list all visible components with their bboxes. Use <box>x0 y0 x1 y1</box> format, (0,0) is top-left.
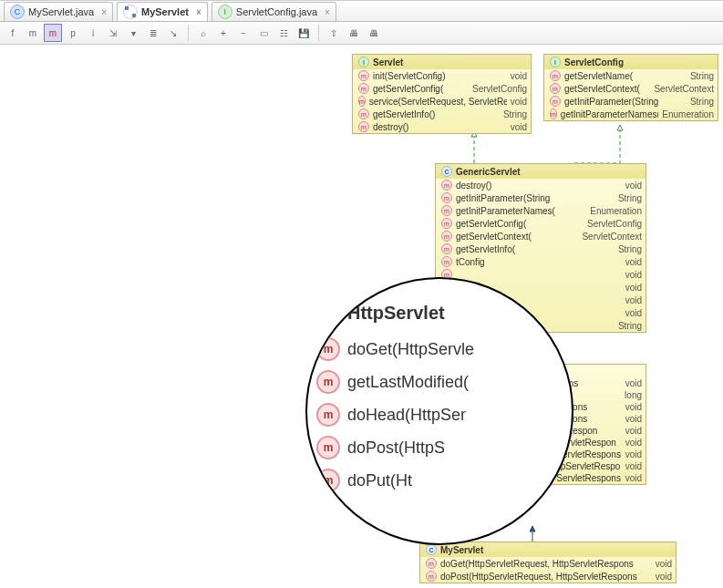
member-row[interactable]: mgetServletContext(ServletContext <box>436 230 646 242</box>
return-type: void <box>625 181 642 191</box>
method-icon[interactable]: m <box>24 24 42 42</box>
print-icon[interactable]: 🖶 <box>345 24 363 42</box>
tab-label: MyServlet <box>141 6 189 17</box>
method-icon: m <box>316 403 340 427</box>
return-type: void <box>625 378 642 388</box>
return-type: String <box>503 109 527 119</box>
filter-icon[interactable]: ▾ <box>124 24 142 42</box>
member-row[interactable]: mtConfigvoid <box>436 255 646 268</box>
member-row[interactable]: mdestroy()void <box>353 120 531 133</box>
method-icon: m <box>441 180 452 191</box>
member-row[interactable]: mgetInitParameter(StringString <box>436 191 646 204</box>
dependency-icon[interactable]: ⇲ <box>104 24 122 42</box>
return-type: ServletConfig <box>587 219 642 229</box>
fit-icon[interactable]: ▭ <box>254 24 273 42</box>
edge-icon[interactable]: ↘ <box>164 24 182 42</box>
member-row[interactable]: mgetInitParameterNames(Enumeration <box>544 108 718 120</box>
method-icon: m <box>316 370 340 394</box>
zoom-out-icon[interactable]: − <box>234 24 253 42</box>
member-row[interactable]: mgetServletContext(ServletContext <box>544 82 718 95</box>
tab-label: MyServlet.java <box>28 6 94 17</box>
return-type: ServletContext <box>582 232 642 242</box>
member-row[interactable]: mdoPost(HttpServletRequest, HttpServletR… <box>420 570 676 583</box>
diagram-canvas[interactable]: IServlet minit(ServletConfig)voidmgetSer… <box>0 45 723 588</box>
interface-icon: I <box>550 57 561 67</box>
save-icon[interactable]: 💾 <box>294 24 313 42</box>
export-icon[interactable]: ⇪ <box>325 24 343 42</box>
return-type: void <box>625 295 642 305</box>
tab-servletconfig-java[interactable]: I ServletConfig.java × <box>212 2 336 21</box>
member-row[interactable]: mgetServletConfig(ServletConfig <box>353 82 531 95</box>
diagram-toolbar: fmmpi⇲▾≣↘ ⌕+−▭☷💾 ⇪🖶🖶 <box>0 22 723 45</box>
member-name: getServletContext( <box>456 232 532 242</box>
layout-icon[interactable]: ☷ <box>274 24 293 42</box>
interface-icon: I <box>358 57 369 67</box>
return-type: void <box>625 473 642 483</box>
lens-member-row: mdoPut(Ht <box>316 469 474 492</box>
zoom-lens: C HttpServlet mdoGet(HttpServlemgetLastM… <box>305 277 573 545</box>
zoom-in-icon[interactable]: + <box>214 24 232 42</box>
lens-member-name: doPut(Ht <box>347 471 412 490</box>
return-type: void <box>625 426 642 436</box>
method-icon: m <box>550 83 561 94</box>
member-row[interactable]: minit(ServletConfig)void <box>353 69 531 82</box>
member-row[interactable]: mgetServletConfig(ServletConfig <box>436 217 646 230</box>
return-type: long <box>625 390 642 400</box>
class-icon: C <box>426 544 437 555</box>
member-row[interactable]: mgetInitParameterNames(Enumeration <box>436 204 646 217</box>
method-icon: m <box>550 108 557 119</box>
member-row[interactable]: mgetInitParameter(StringString <box>544 95 718 108</box>
interface-icon: I <box>218 5 232 19</box>
print-preview-icon[interactable]: 🖶 <box>365 24 383 42</box>
member-name: getServletConfig( <box>373 84 443 94</box>
lens-member-row: mdoHead(HttpSer <box>316 403 474 427</box>
method-icon: m <box>441 192 452 203</box>
member-name: getServletName( <box>564 71 633 81</box>
member-name: destroy() <box>456 181 491 191</box>
property-icon[interactable]: p <box>64 24 82 42</box>
zoom-actual-icon[interactable]: ⌕ <box>194 24 212 42</box>
method-icon: m <box>358 83 369 94</box>
class-icon: C <box>441 166 452 177</box>
node-servletconfig[interactable]: IServletConfig mgetServletName(Stringmge… <box>543 54 718 121</box>
lens-member-name: getLastModified( <box>347 373 469 392</box>
close-icon[interactable]: × <box>101 7 107 17</box>
tab-label: ServletConfig.java <box>236 6 317 17</box>
method-icon: m <box>316 469 340 492</box>
close-icon[interactable]: × <box>196 7 201 17</box>
node-myservlet[interactable]: CMyServlet mdoGet(HttpServletRequest, Ht… <box>419 542 677 583</box>
member-row[interactable]: mdoGet(HttpServletRequest, HttpServletRe… <box>420 557 676 570</box>
return-type: String <box>690 71 714 81</box>
method-active-icon[interactable]: m <box>44 24 62 42</box>
method-icon: m <box>426 558 437 569</box>
method-icon: m <box>441 218 452 229</box>
return-type: void <box>625 283 642 293</box>
return-type: Enumeration <box>590 206 642 216</box>
info-icon[interactable]: i <box>84 24 102 42</box>
member-name: doGet(HttpServletRequest, HttpServletRes… <box>440 559 634 569</box>
return-type: ServletContext <box>654 84 714 94</box>
method-icon: m <box>358 121 369 132</box>
member-row[interactable]: mgetServletName(String <box>544 69 718 82</box>
sort-icon[interactable]: ≣ <box>144 24 162 42</box>
member-row[interactable]: mgetServletInfo(String <box>436 242 646 255</box>
member-row[interactable]: mdestroy()void <box>436 179 646 191</box>
method-icon: m <box>426 571 437 582</box>
close-icon[interactable]: × <box>325 7 330 17</box>
field-icon[interactable]: f <box>4 24 22 42</box>
tab-myservlet-java[interactable]: C MyServlet.java × <box>4 2 113 21</box>
return-type: void <box>656 572 672 582</box>
return-type: void <box>511 71 527 81</box>
member-row[interactable]: t, ServletResponsvoid <box>543 472 646 484</box>
member-row[interactable]: mgetServletInfo()String <box>353 108 531 120</box>
node-servlet[interactable]: IServlet minit(ServletConfig)voidmgetSer… <box>352 54 532 134</box>
member-row[interactable]: mservice(ServletRequest, ServletResponsv… <box>353 95 531 108</box>
member-name: getServletInfo( <box>456 244 515 254</box>
member-row[interactable]: mvoid <box>436 268 646 281</box>
method-icon: m <box>358 96 366 107</box>
tab-myservlet-diagram[interactable]: MyServlet × <box>117 2 208 21</box>
return-type: void <box>625 414 642 424</box>
return-type: void <box>625 308 642 318</box>
lens-member-name: doPost(HttpS <box>347 438 445 458</box>
method-icon: m <box>441 243 452 254</box>
